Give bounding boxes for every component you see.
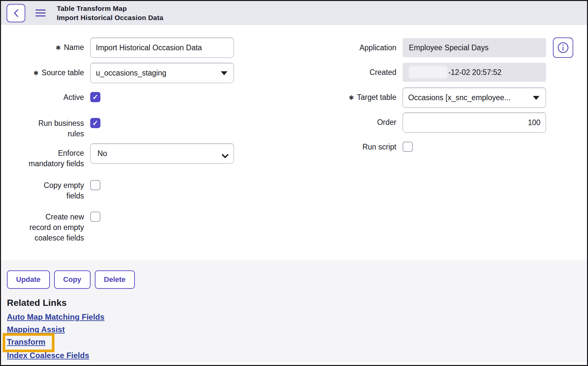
related-link-mapping-assist-row: Mapping Assist — [7, 324, 587, 336]
application-value: Employee Special Days — [409, 43, 489, 52]
required-icon: ✱ — [56, 44, 61, 51]
run-script-row: Run script — [313, 142, 413, 152]
name-label: ✱Name — [1, 37, 84, 58]
triangle-down-icon — [221, 71, 227, 75]
source-table-value: u_occasions_staging — [96, 69, 166, 78]
action-buttons: Update Copy Delete — [7, 270, 587, 289]
enforce-mandatory-fields-value: No — [97, 149, 107, 158]
run-business-rules-label: Run business rules — [1, 118, 84, 139]
copy-button[interactable]: Copy — [54, 270, 91, 289]
hamburger-icon[interactable] — [35, 10, 46, 16]
create-new-record-row: Create new record on empty coalesce fiel… — [1, 212, 100, 243]
order-input[interactable] — [403, 112, 546, 133]
form-body: ✱Name ✱Source table u_occasions_staging … — [1, 25, 587, 260]
order-row: Order — [313, 112, 546, 133]
chevron-left-icon — [12, 9, 20, 17]
related-link-index-coalesce-row: Index Coalesce Fields — [7, 350, 587, 362]
application-row: Application Employee Special Days — [313, 38, 546, 57]
run-business-rules-checkbox[interactable] — [90, 118, 100, 128]
created-label: Created — [313, 63, 396, 82]
record-name-title: Import Historical Occasion Data — [57, 13, 163, 22]
chevron-down-icon — [221, 153, 229, 159]
application-field: Employee Special Days — [403, 38, 546, 57]
form-header: Table Transform Map Import Historical Oc… — [1, 1, 587, 25]
related-link-index-coalesce-fields[interactable]: Index Coalesce Fields — [7, 351, 89, 360]
run-script-checkbox[interactable] — [403, 142, 413, 152]
form-footer: Update Copy Delete Related Links Auto Ma… — [1, 260, 587, 365]
related-links-list: Auto Map Matching Fields Mapping Assist … — [7, 311, 587, 362]
copy-empty-fields-checkbox[interactable] — [90, 180, 100, 190]
source-table-label: ✱Source table — [1, 63, 84, 83]
bottom-strip — [1, 362, 587, 365]
enforce-mandatory-fields-row: Enforce mandatory fields No — [1, 143, 234, 169]
source-table-row: ✱Source table u_occasions_staging — [1, 63, 234, 83]
created-field: -12-02 20:57:52 — [403, 63, 546, 82]
required-icon: ✱ — [33, 70, 39, 77]
enforce-mandatory-fields-select[interactable]: No — [90, 143, 234, 164]
page-title: Table Transform Map Import Historical Oc… — [57, 4, 163, 22]
related-link-auto-map-row: Auto Map Matching Fields — [7, 311, 587, 324]
name-input[interactable] — [90, 37, 234, 58]
active-checkbox[interactable] — [90, 92, 100, 102]
target-table-label: ✱Target table — [313, 87, 396, 108]
update-button[interactable]: Update — [7, 270, 50, 289]
info-button[interactable] — [553, 37, 573, 58]
active-label: Active — [1, 92, 84, 103]
create-new-record-label: Create new record on empty coalesce fiel… — [1, 212, 84, 243]
run-business-rules-row: Run business rules — [1, 118, 100, 139]
app-window: Table Transform Map Import Historical Oc… — [0, 0, 588, 366]
created-row: Created -12-02 20:57:52 — [313, 63, 546, 82]
run-script-label: Run script — [313, 142, 396, 152]
source-table-dropdown[interactable]: u_occasions_staging — [90, 63, 234, 83]
redacted-blur — [409, 66, 448, 79]
copy-empty-fields-label: Copy empty fields — [1, 180, 84, 201]
related-links-heading: Related Links — [7, 298, 587, 308]
triangle-down-icon — [533, 96, 539, 100]
copy-empty-fields-row: Copy empty fields — [1, 180, 100, 201]
related-link-transform[interactable]: Transform — [7, 337, 45, 346]
enforce-mandatory-fields-label: Enforce mandatory fields — [1, 143, 84, 169]
back-button[interactable] — [7, 4, 25, 22]
active-row: Active — [1, 92, 100, 103]
name-row: ✱Name — [1, 37, 234, 58]
related-link-transform-row: Transform — [7, 336, 587, 350]
delete-button[interactable]: Delete — [95, 270, 135, 289]
info-circle-icon — [557, 42, 569, 54]
related-link-auto-map-matching-fields[interactable]: Auto Map Matching Fields — [7, 312, 104, 321]
target-table-row: ✱Target table Occasions [x_snc_employee.… — [313, 87, 546, 108]
application-label: Application — [313, 38, 396, 57]
create-new-record-checkbox[interactable] — [90, 212, 100, 222]
target-table-value: Occasions [x_snc_employee... — [408, 93, 511, 102]
required-icon: ✱ — [349, 94, 354, 101]
record-type-title: Table Transform Map — [57, 4, 163, 13]
transform-highlight-box: Transform — [3, 333, 54, 352]
target-table-dropdown[interactable]: Occasions [x_snc_employee... — [403, 87, 546, 108]
created-value: -12-02 20:57:52 — [448, 68, 501, 77]
related-link-mapping-assist[interactable]: Mapping Assist — [7, 325, 65, 334]
order-label: Order — [313, 112, 396, 133]
